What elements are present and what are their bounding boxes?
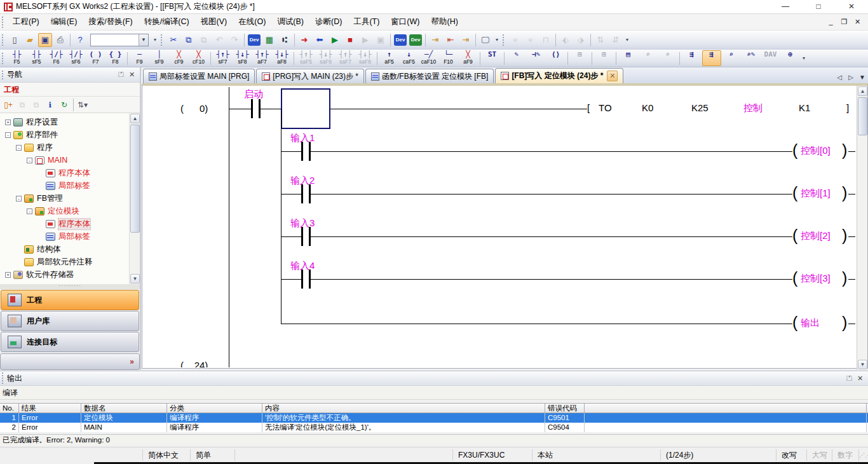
horizontal-line-button[interactable]: ─F9 bbox=[130, 50, 149, 66]
open-contact-button[interactable]: ┤├F5 bbox=[8, 50, 27, 66]
tree-item-5[interactable]: 程序本体 bbox=[37, 167, 90, 179]
tree-item-2[interactable]: -程序部件 bbox=[5, 128, 58, 141]
declaration-icon[interactable]: ⇥ bbox=[459, 33, 473, 47]
tree-item-4[interactable]: -MAIN bbox=[27, 154, 67, 167]
tab-1[interactable]: 局部标签设置 MAIN [PRG] bbox=[143, 69, 255, 83]
instruction-open-bracket[interactable]: [ bbox=[587, 102, 590, 113]
open-branch-button[interactable]: ┤├sF5 bbox=[27, 50, 46, 66]
minimize-button[interactable]: — bbox=[769, 0, 802, 14]
inline-st-button[interactable]: ST bbox=[483, 50, 502, 66]
invert-rising-button[interactable]: ↑aF5 bbox=[380, 50, 399, 66]
mdi-restore-button[interactable]: ❐ bbox=[837, 18, 851, 26]
print-icon[interactable]: ⎙ bbox=[53, 33, 67, 47]
device-display-icon[interactable]: Dev bbox=[248, 34, 261, 46]
nav-pin-icon[interactable]: ⏍ bbox=[116, 71, 126, 79]
tab-list-icon[interactable]: ▼ bbox=[857, 74, 868, 81]
tree-toggle-icon[interactable]: + bbox=[5, 119, 11, 125]
find-device-button[interactable]: ⌕ bbox=[722, 50, 741, 66]
tree-item-8[interactable]: -定位模块 bbox=[27, 205, 79, 217]
column-header-2[interactable]: 结果 bbox=[19, 404, 81, 413]
menu-item-7[interactable]: 调试(B) bbox=[271, 14, 309, 30]
tree-toggle-icon[interactable]: + bbox=[5, 272, 11, 278]
coil-label[interactable]: 控制[3] bbox=[801, 273, 831, 285]
help-icon[interactable]: ? bbox=[73, 33, 87, 47]
contact-bar[interactable] bbox=[301, 184, 303, 203]
toolbar-overflow-icon[interactable]: ▾ bbox=[493, 33, 501, 47]
open-project-icon[interactable]: ▰ bbox=[23, 33, 37, 47]
device-test-icon[interactable]: ⑆ bbox=[278, 33, 292, 47]
output-close-icon[interactable]: ✕ bbox=[855, 374, 865, 383]
zoom-button[interactable]: ⊕ bbox=[781, 50, 800, 66]
menu-item-10[interactable]: 窗口(W) bbox=[385, 14, 425, 30]
nav-refresh-icon[interactable]: ↻ bbox=[58, 99, 71, 111]
instruction-close-bracket[interactable]: ] bbox=[846, 102, 849, 113]
tree-item-10[interactable]: 局部标签 bbox=[37, 230, 90, 243]
new-project-icon[interactable]: ▯ bbox=[8, 33, 22, 47]
nav-splitter[interactable]: ········· bbox=[0, 284, 140, 289]
monitor-stop-icon[interactable]: ■ bbox=[343, 33, 357, 47]
ladder-scroll-down-icon[interactable]: ▼ bbox=[858, 360, 867, 369]
tree-item-1[interactable]: +程序设置 bbox=[5, 116, 58, 128]
invert-falling-button[interactable]: ↓caF5 bbox=[400, 50, 419, 66]
contact-bar[interactable] bbox=[309, 227, 311, 246]
contact-bar[interactable] bbox=[309, 142, 311, 161]
device-batch-monitor-icon[interactable]: Dev bbox=[394, 34, 407, 46]
monitor-start-icon[interactable]: ▶ bbox=[328, 33, 342, 47]
tab-3[interactable]: 函数/FB标签设置 定位模块 [FB] bbox=[365, 69, 494, 83]
contact-bar[interactable] bbox=[301, 142, 303, 161]
ladder-editor[interactable]: ( 0)启动[TOK0K25控制K1]输入1(控制[0])输入2(控制[1])输… bbox=[142, 83, 868, 369]
instruction-arg[interactable]: K25 bbox=[691, 102, 709, 113]
ladder-canvas[interactable]: ( 0)启动[TOK0K25控制K1]输入1(控制[0])输入2(控制[1])输… bbox=[142, 86, 855, 367]
menu-item-5[interactable]: 视图(V) bbox=[195, 14, 233, 30]
rising-pulse-button[interactable]: ┤↑├sF7 bbox=[214, 50, 233, 66]
nav-close-icon[interactable]: ✕ bbox=[126, 71, 137, 79]
tab-2[interactable]: [PRG]写入 MAIN (23)步 * bbox=[256, 69, 364, 83]
contact-bar[interactable] bbox=[301, 270, 303, 289]
save-project-icon[interactable]: ▣ bbox=[38, 33, 52, 47]
tab-close-icon[interactable]: ✕ bbox=[607, 71, 618, 81]
statement-insert-icon[interactable]: ⇥ bbox=[428, 33, 442, 47]
contact-bar[interactable] bbox=[251, 99, 253, 118]
copy-icon[interactable]: ⧉ bbox=[182, 33, 196, 47]
close-branch-button[interactable]: ┤/├sF6 bbox=[67, 50, 86, 66]
tree-toggle-icon[interactable]: - bbox=[5, 132, 11, 138]
instruction-arg[interactable]: K1 bbox=[799, 102, 810, 113]
vertical-line-button[interactable]: │sF9 bbox=[150, 50, 169, 66]
tree-toggle-icon[interactable]: - bbox=[16, 196, 22, 201]
coil-button[interactable]: ( )F7 bbox=[86, 50, 105, 66]
menu-item-3[interactable]: 搜索/替换(F) bbox=[83, 14, 138, 30]
ladder-scroll-up-icon[interactable]: ▲ bbox=[858, 86, 867, 96]
invert-result-button[interactable]: ─╱caF10 bbox=[419, 50, 438, 66]
tree-item-3[interactable]: -程序 bbox=[16, 141, 53, 154]
menu-item-11[interactable]: 帮助(H) bbox=[425, 14, 463, 30]
instruction-arg[interactable]: K0 bbox=[642, 102, 653, 113]
tree-item-13[interactable]: +软元件存储器 bbox=[5, 268, 74, 281]
mdi-minimize-button[interactable]: _ bbox=[824, 18, 837, 26]
coil-label[interactable]: 控制[0] bbox=[801, 145, 831, 157]
contact-bar[interactable] bbox=[301, 227, 303, 246]
contact-bar[interactable] bbox=[259, 99, 261, 118]
tree-item-7[interactable]: -FB管理 bbox=[16, 192, 63, 205]
menu-item-4[interactable]: 转换/编译(C) bbox=[139, 14, 195, 30]
coil-label[interactable]: 控制[1] bbox=[801, 188, 831, 200]
tree-item-9[interactable]: 程序本体 bbox=[37, 217, 90, 230]
line-delete-button[interactable]: ╳aF9 bbox=[459, 50, 478, 66]
menu-item-6[interactable]: 在线(O) bbox=[233, 14, 271, 30]
tree-scroll-up-icon[interactable]: ▲ bbox=[130, 114, 140, 123]
rising-pulse-branch-button[interactable]: ┤↑├aF7 bbox=[253, 50, 272, 66]
document-view-button[interactable]: ▤ bbox=[619, 50, 638, 66]
watch-combo-box[interactable]: ▼ bbox=[90, 34, 149, 46]
tab-scroll-right-icon[interactable]: ▷ bbox=[845, 74, 857, 81]
find-replace-button[interactable]: ⌕✎ bbox=[742, 50, 761, 66]
tab-scroll-left-icon[interactable]: ◁ bbox=[834, 74, 845, 81]
ladder-scrollbar[interactable]: ▲ ▼ bbox=[857, 86, 867, 370]
maximize-button[interactable]: □ bbox=[802, 0, 835, 14]
falling-pulse-branch-button[interactable]: ┤↓├aF8 bbox=[273, 50, 292, 66]
device-comment-edit-button[interactable]: ⊣✎ bbox=[527, 50, 546, 66]
error-row-1[interactable]: 1Error定位模块编译程序'控制'的软元件类型不正确。C9501 bbox=[0, 413, 868, 423]
mdi-close-button[interactable]: ✕ bbox=[851, 18, 864, 26]
menu-item-1[interactable]: 工程(P) bbox=[7, 14, 45, 30]
coil-label[interactable]: 控制[2] bbox=[801, 230, 831, 242]
delete-horizontal-line-button[interactable]: ╳cF9 bbox=[170, 50, 189, 66]
ladder-cursor-cell[interactable] bbox=[281, 88, 330, 129]
